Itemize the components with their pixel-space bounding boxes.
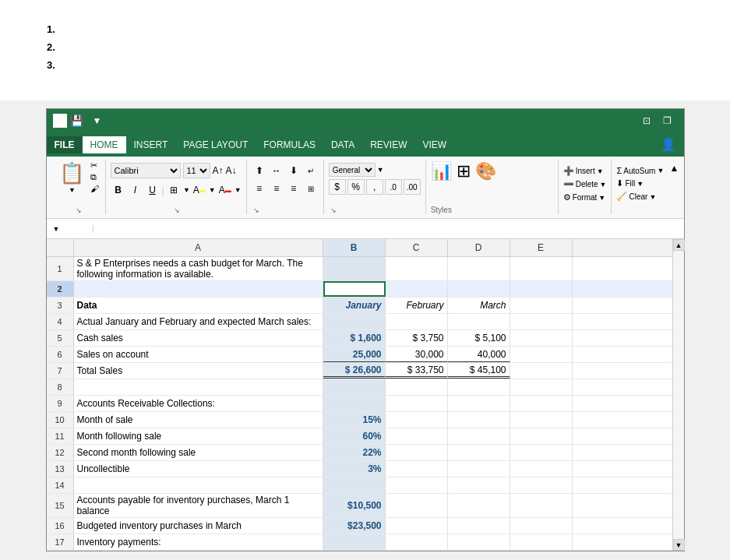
table-row[interactable]: 9Accounts Receivable Collections:: [47, 396, 672, 412]
table-row[interactable]: 4Actual January and February and expecte…: [47, 314, 672, 330]
customize-icon[interactable]: ▼: [93, 115, 102, 126]
table-cell[interactable]: $ 5,100: [448, 330, 510, 346]
table-cell[interactable]: January: [323, 298, 386, 313]
menu-home[interactable]: HOME: [83, 136, 126, 153]
table-row[interactable]: 12 Second month following sale22%: [47, 445, 672, 461]
conditional-formatting-button[interactable]: 📊: [431, 163, 452, 180]
italic-button[interactable]: I: [128, 182, 143, 198]
table-cell[interactable]: [448, 518, 510, 534]
align-middle-button[interactable]: ↔: [269, 163, 284, 178]
table-cell[interactable]: Uncollectible: [74, 461, 323, 477]
table-cell[interactable]: $ 1,600: [323, 330, 386, 346]
increase-decimal-button[interactable]: .0: [385, 179, 402, 195]
paste-dropdown-icon[interactable]: ▼: [69, 186, 76, 194]
table-cell[interactable]: [386, 445, 448, 460]
paste-button[interactable]: 📋: [58, 160, 86, 186]
table-cell[interactable]: [510, 412, 573, 428]
align-top-button[interactable]: ⬆: [252, 163, 267, 178]
bold-button[interactable]: B: [111, 182, 126, 198]
table-cell[interactable]: February: [386, 298, 448, 313]
table-cell[interactable]: [510, 534, 573, 550]
col-header-e[interactable]: E: [510, 239, 573, 256]
table-cell[interactable]: [510, 281, 573, 297]
clipboard-expand-icon[interactable]: ↘: [76, 206, 82, 214]
col-header-d[interactable]: D: [448, 239, 510, 256]
table-cell[interactable]: 3%: [323, 461, 386, 477]
align-right-button[interactable]: ≡: [286, 181, 302, 196]
menu-page-layout[interactable]: PAGE LAYOUT: [175, 136, 256, 153]
scroll-track[interactable]: [673, 251, 684, 539]
table-row[interactable]: 13 Uncollectible3%: [47, 461, 672, 477]
table-cell[interactable]: [386, 412, 448, 428]
table-row[interactable]: 3DataJanuaryFebruaryMarch: [47, 298, 672, 314]
decrease-font-button[interactable]: A↓: [226, 165, 237, 176]
restore-down-button[interactable]: ⊡: [643, 115, 651, 126]
number-format-dropdown[interactable]: ▼: [377, 166, 384, 174]
cell-reference-box[interactable]: ▼: [47, 225, 93, 233]
menu-file[interactable]: FILE: [47, 136, 83, 153]
cut-button[interactable]: ✂: [90, 160, 99, 171]
table-cell[interactable]: Accounts payable for inventory purchases…: [74, 494, 323, 517]
table-cell[interactable]: [510, 461, 573, 477]
table-cell[interactable]: [448, 428, 510, 444]
table-row[interactable]: 2: [47, 281, 672, 298]
table-cell[interactable]: [386, 494, 448, 517]
table-cell[interactable]: $ 26,600: [323, 363, 386, 379]
table-row[interactable]: 11 Month following sale60%: [47, 428, 672, 445]
decrease-decimal-button[interactable]: .00: [404, 179, 421, 195]
fill-dropdown[interactable]: ▼: [209, 186, 216, 194]
wrap-text-button[interactable]: ↵: [303, 163, 319, 178]
table-cell[interactable]: [386, 428, 448, 444]
table-cell[interactable]: Sales on account: [74, 347, 323, 362]
align-expand-icon[interactable]: ↘: [253, 206, 259, 214]
table-cell[interactable]: [510, 314, 573, 329]
table-cell[interactable]: [386, 379, 448, 395]
table-cell[interactable]: S & P Enterprises needs a cash budget fo…: [74, 257, 323, 280]
table-cell[interactable]: Month of sale: [74, 412, 323, 428]
underline-button[interactable]: U: [145, 182, 160, 198]
table-cell[interactable]: Cash sales: [74, 330, 323, 346]
formula-input[interactable]: [107, 224, 684, 234]
table-cell[interactable]: [386, 257, 448, 280]
table-cell[interactable]: 60%: [323, 428, 386, 444]
col-header-c[interactable]: C: [386, 239, 448, 256]
font-size-select[interactable]: 11: [183, 163, 210, 178]
table-cell[interactable]: Budgeted inventory purchases in March: [74, 518, 323, 534]
table-cell[interactable]: [386, 314, 448, 329]
table-cell[interactable]: [510, 257, 573, 280]
cell-styles-button[interactable]: 🎨: [475, 163, 496, 180]
fill-color-button[interactable]: A▬: [192, 182, 207, 198]
table-cell[interactable]: [323, 534, 386, 550]
copy-button[interactable]: ⧉: [90, 172, 99, 182]
scroll-up-button[interactable]: ▲: [673, 239, 685, 251]
border-button[interactable]: ⊞: [166, 182, 182, 198]
col-header-a[interactable]: A: [74, 239, 323, 256]
table-cell[interactable]: [448, 494, 510, 517]
table-cell[interactable]: [448, 445, 510, 460]
table-cell[interactable]: [510, 379, 573, 395]
collapse-ribbon-button[interactable]: ▲: [670, 163, 679, 174]
table-cell[interactable]: [510, 396, 573, 411]
vertical-scrollbar[interactable]: ▲ ▼: [672, 239, 684, 551]
table-cell[interactable]: [74, 379, 323, 395]
table-cell[interactable]: [386, 518, 448, 534]
table-row[interactable]: 17Inventory payments:: [47, 534, 672, 551]
table-cell[interactable]: March: [448, 298, 510, 313]
table-cell[interactable]: [448, 461, 510, 477]
table-row[interactable]: 8: [47, 379, 672, 396]
col-header-b[interactable]: B: [323, 239, 386, 256]
font-expand-icon[interactable]: ↘: [174, 206, 180, 214]
table-row[interactable]: 15Accounts payable for inventory purchas…: [47, 494, 672, 518]
table-cell[interactable]: [448, 534, 510, 550]
table-row[interactable]: 6Sales on account25,00030,00040,000: [47, 347, 672, 363]
increase-font-button[interactable]: A↑: [213, 165, 224, 176]
table-cell[interactable]: [323, 477, 386, 493]
table-cell[interactable]: [510, 428, 573, 444]
table-cell[interactable]: [510, 298, 573, 313]
table-cell[interactable]: [448, 281, 510, 297]
currency-button[interactable]: $: [329, 179, 346, 195]
sign-in-button[interactable]: 👤: [650, 134, 684, 155]
table-cell[interactable]: $23,500: [323, 518, 386, 534]
delete-cells-button[interactable]: ➖ Delete ▼: [563, 179, 607, 189]
font-family-select[interactable]: Calibri: [111, 163, 181, 178]
